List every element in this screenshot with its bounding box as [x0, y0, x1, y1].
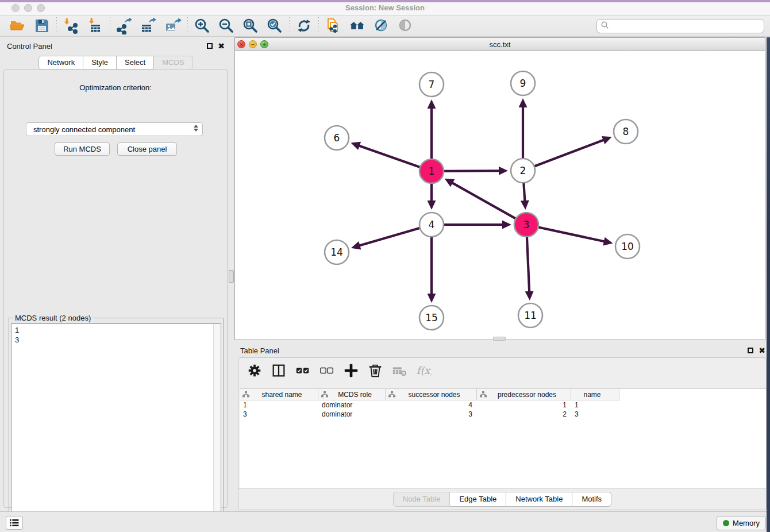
horizontal-splitter-grip[interactable]	[493, 337, 506, 341]
dropdown-stepper-icon	[194, 125, 198, 132]
tab-node-table[interactable]: Node Table	[393, 492, 451, 507]
zoom-in-icon[interactable]	[190, 17, 214, 35]
control-panel: Control Panel ✖ NetworkStyleSelectMCDS O…	[0, 37, 232, 511]
import-network-icon[interactable]	[59, 17, 83, 35]
column-tree-icon	[388, 391, 395, 398]
settings-gear-icon[interactable]	[247, 363, 263, 378]
node-table[interactable]: shared name MCDS role successor nodes pr…	[240, 388, 766, 489]
edge-arrowhead	[519, 98, 528, 107]
tab-network-table[interactable]: Network Table	[506, 492, 572, 507]
mcds-result-scrollbar[interactable]	[213, 324, 221, 532]
column-header-label: name	[571, 391, 619, 399]
tab-select[interactable]: Select	[117, 56, 154, 70]
graph-node-label-2: 2	[520, 165, 526, 176]
table-row[interactable]: 3dominator323	[240, 410, 766, 419]
svg-text:f(x): f(x)	[417, 365, 432, 376]
network-window-titlebar[interactable]: ✕ − + scc.txt	[235, 38, 765, 51]
column-header-predecessor-nodes[interactable]: predecessor nodes	[477, 389, 571, 400]
table-cell: dominator	[318, 410, 386, 419]
column-header-successor-nodes[interactable]: successor nodes	[386, 389, 477, 400]
table-tabbar: Node TableEdge TableNetwork TableMotifs	[238, 488, 766, 510]
toolbar-separator	[110, 17, 110, 34]
mcds-result-item: 3	[15, 335, 221, 345]
mcds-result-list[interactable]: 13	[11, 323, 221, 532]
edge-3-10[interactable]	[537, 227, 605, 242]
visibility-icon[interactable]	[394, 17, 418, 35]
status-bar: Memory	[0, 511, 770, 532]
graph-node-label-6: 6	[334, 132, 340, 144]
desktop-edge	[767, 37, 770, 532]
edge-arrowhead	[603, 237, 613, 246]
refresh-layout-icon[interactable]	[292, 17, 316, 35]
criterion-dropdown[interactable]: strongly connected component	[26, 122, 203, 136]
table-panel: Table Panel ✖ f(x) shared name MCDS role…	[234, 342, 770, 511]
edge-3-1[interactable]	[452, 183, 517, 219]
edge-2-3[interactable]	[523, 182, 525, 202]
column-header-name[interactable]: name	[571, 389, 619, 400]
mcds-result-item: 1	[15, 325, 221, 335]
graph-node-label-8: 8	[623, 126, 629, 137]
memory-button[interactable]: Memory	[717, 516, 766, 530]
task-history-button[interactable]	[6, 516, 23, 530]
table-cell: 4	[386, 400, 477, 410]
control-panel-float-icon[interactable]	[207, 43, 213, 49]
table-toolbar: f(x)	[238, 358, 766, 383]
memory-status-icon	[723, 520, 729, 526]
toolbar-separator	[187, 17, 188, 34]
select-all-icon[interactable]	[295, 363, 311, 378]
run-mcds-button[interactable]: Run MCDS	[55, 142, 110, 156]
column-header-MCDS-role[interactable]: MCDS role	[318, 389, 386, 400]
zoom-selected-icon[interactable]	[263, 17, 287, 35]
home-icon[interactable]	[345, 17, 369, 35]
edge-4-14[interactable]	[359, 228, 421, 246]
add-column-icon[interactable]	[343, 363, 359, 378]
zoom-fit-icon[interactable]	[238, 17, 263, 35]
table-cell: 1	[477, 400, 571, 410]
graph-node-label-7: 7	[429, 79, 435, 90]
tab-mcds[interactable]: MCDS	[154, 56, 192, 70]
copy-network-icon[interactable]	[321, 17, 345, 35]
delete-column-icon[interactable]	[367, 363, 383, 378]
tab-style[interactable]: Style	[83, 56, 117, 70]
save-session-icon[interactable]	[30, 17, 54, 35]
table-row[interactable]: 1dominator411	[240, 400, 766, 410]
search-box[interactable]	[596, 19, 764, 33]
edge-arrowhead	[499, 167, 508, 175]
export-table-icon[interactable]	[137, 17, 161, 35]
table-panel-title: Table Panel	[240, 346, 279, 355]
tab-edge-table[interactable]: Edge Table	[450, 492, 506, 507]
optimization-criterion-label: Optimization criterion:	[4, 83, 227, 92]
edge-1-6[interactable]	[359, 145, 421, 167]
edge-3-11[interactable]	[527, 236, 529, 292]
column-visibility-icon[interactable]	[271, 363, 287, 378]
table-panel-close-icon[interactable]: ✖	[759, 348, 765, 353]
control-panel-close-icon[interactable]: ✖	[218, 43, 225, 49]
edge-2-8[interactable]	[533, 140, 605, 167]
edge-arrowhead	[428, 201, 436, 210]
zoom-out-icon[interactable]	[214, 17, 238, 35]
search-input[interactable]	[610, 21, 764, 32]
graph-node-label-10: 10	[621, 241, 634, 252]
export-network-icon[interactable]	[113, 17, 137, 35]
edge-arrowhead	[428, 99, 436, 109]
close-panel-button[interactable]: Close panel	[117, 142, 177, 156]
open-session-icon[interactable]	[6, 17, 30, 35]
edge-arrowhead	[525, 291, 534, 300]
graph-node-label-11: 11	[524, 310, 537, 321]
export-image-icon[interactable]	[161, 17, 185, 35]
column-tree-icon	[321, 391, 328, 398]
table-cell: dominator	[318, 400, 386, 410]
network-graph-canvas[interactable]: 7968124314101511	[235, 51, 765, 340]
edge-1-2[interactable]	[442, 171, 500, 171]
import-table-icon[interactable]	[83, 17, 107, 35]
network-window-title: scc.txt	[235, 40, 765, 49]
vertical-splitter-grip[interactable]	[229, 270, 234, 283]
table-panel-float-icon[interactable]	[748, 348, 753, 353]
column-header-label: successor nodes	[398, 391, 476, 399]
edge-arrowhead	[502, 221, 511, 229]
tab-motifs[interactable]: Motifs	[572, 492, 611, 507]
style-toggle-icon[interactable]	[369, 17, 394, 35]
deselect-all-icon[interactable]	[319, 363, 335, 378]
column-header-shared-name[interactable]: shared name	[240, 389, 318, 400]
tab-network[interactable]: Network	[38, 56, 83, 70]
